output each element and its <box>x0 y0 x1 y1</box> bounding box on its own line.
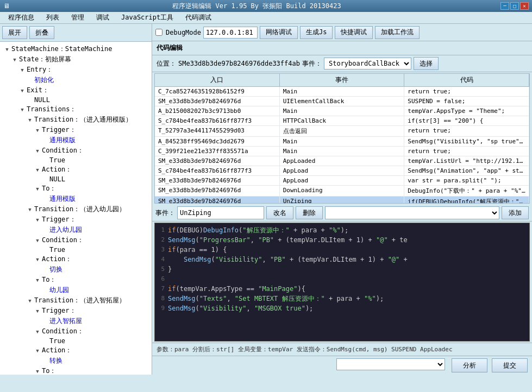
debug-checkbox[interactable] <box>155 29 162 36</box>
tree-node[interactable]: ▼Condition： <box>1 235 151 245</box>
tree-node[interactable]: ▼To： <box>1 275 151 285</box>
submit-button[interactable]: 提交 <box>492 358 528 372</box>
table-cell-entry: SM_e33d8b3de97b8246976d <box>155 176 280 185</box>
line-content[interactable]: if(DEBUG)DebugInfo("解压资源中：" + para + "%"… <box>168 225 529 235</box>
tree-expand-icon: ▼ <box>3 46 11 53</box>
line-number: 9 <box>155 304 168 313</box>
add-button[interactable]: 添加 <box>502 206 529 219</box>
event-input[interactable] <box>177 206 264 219</box>
menu-item-js-tools[interactable]: JavaScript工具 <box>115 12 179 23</box>
tree-expand-icon <box>41 357 49 365</box>
tree-container[interactable]: ▼StateMachine：StateMachine▼State：初始屏幕▼En… <box>0 42 152 375</box>
tree-node[interactable]: ▼Transition：（进入幼儿园） <box>1 204 151 214</box>
line-content[interactable]: SendMsg("ProgressBar", "PB" + (tempVar.D… <box>168 235 529 245</box>
code-editor[interactable]: 1if(DEBUG)DebugInfo("解压资源中：" + para + "%… <box>154 223 530 342</box>
tree-node[interactable]: 切换 <box>1 264 151 275</box>
tree-node-label: Action： <box>42 255 72 264</box>
minimize-button[interactable]: ─ <box>500 2 509 10</box>
expand-button[interactable]: 展开 <box>2 26 27 39</box>
gen-js-button[interactable]: 生成Js <box>300 26 333 39</box>
analyze-button[interactable]: 分析 <box>452 358 487 372</box>
delete-button[interactable]: 删除 <box>296 206 323 219</box>
menu-item-manage[interactable]: 管理 <box>65 12 90 23</box>
table-row[interactable]: SM_e33d8b3de97b8246976dUIElementCallBack… <box>155 97 529 106</box>
tree-node[interactable]: ▼Action： <box>1 254 151 264</box>
tree-node[interactable]: 初始化 <box>1 75 151 85</box>
tree-node[interactable]: ▼Trigger： <box>1 125 151 135</box>
table-row[interactable]: SM_e33d8b3de97b8246976dUnZipingif(DEBUG)… <box>155 197 529 203</box>
table-row[interactable]: C_399f21ee21e337ff835571aMainreturn true… <box>155 147 529 156</box>
quick-test-button[interactable]: 快捷调试 <box>335 26 373 39</box>
tree-node[interactable]: True <box>1 337 151 345</box>
table-row[interactable]: SM_e33d8b3de97b8246976dAppLoadedtempVar.… <box>155 156 529 166</box>
table-cell-entry: A_b2150082027b3c9713bb0 <box>155 106 280 116</box>
tree-node[interactable]: ▼Trigger： <box>1 306 151 316</box>
bottom-select[interactable] <box>336 358 445 370</box>
tree-node[interactable]: ▼Condition： <box>1 146 151 156</box>
table-row[interactable]: S_c784be4fea837b616ff877f3AppLoadSendMsg… <box>155 166 529 176</box>
tree-node[interactable]: True <box>1 245 151 254</box>
tree-node[interactable]: ▼To： <box>1 366 151 375</box>
debug-address-input[interactable] <box>203 27 258 39</box>
tree-node[interactable]: 进入幼儿园 <box>1 225 151 235</box>
rename-button[interactable]: 改名 <box>266 206 293 219</box>
tree-node[interactable]: True <box>1 156 151 165</box>
line-content[interactable]: SendMsg("Texts", "Set MBTEXT 解压资源中：" + p… <box>168 294 529 304</box>
tree-node[interactable]: ▼Transition：（进入智拓屋） <box>1 295 151 306</box>
line-content[interactable]: } <box>168 264 529 274</box>
tree-node[interactable]: ▼Entry： <box>1 65 151 75</box>
tree-node[interactable]: ▼Exit： <box>1 85 151 96</box>
tree-node[interactable]: ▼State：初始屏幕 <box>1 54 151 65</box>
line-content[interactable]: if(tempVar.AppsType == "MainPage"){ <box>168 284 529 294</box>
table-cell-event: AppLoaded <box>280 156 405 166</box>
tree-node-label: 初始化 <box>34 75 54 85</box>
tree-node[interactable]: ▼Transition：（进入通用模版） <box>1 115 151 125</box>
tree-node[interactable]: ▼Trigger： <box>1 214 151 225</box>
tree-node-label: 切换 <box>49 265 62 274</box>
menu-item-program-info[interactable]: 程序信息 <box>2 12 40 23</box>
tree-node[interactable]: 通用模版 <box>1 135 151 146</box>
tree-node[interactable]: ▼Transitions： <box>1 104 151 115</box>
tree-node[interactable]: 幼儿园 <box>1 285 151 295</box>
line-content[interactable]: if(para == 1) { <box>168 245 529 255</box>
tree-node[interactable]: ▼To： <box>1 184 151 194</box>
table-row[interactable]: C_7ca852746351928b6152f9Mainreturn true; <box>155 87 529 97</box>
tree-expand-icon <box>41 318 49 325</box>
tree-node[interactable]: ▼Condition： <box>1 326 151 337</box>
tree-node[interactable]: 进入智拓屋 <box>1 316 151 326</box>
close-button[interactable]: ✕ <box>520 2 529 10</box>
tree-node[interactable]: ▼Action： <box>1 165 151 175</box>
event-select-combo[interactable]: StoryboardCallBack <box>324 58 411 69</box>
collapse-button[interactable]: 折叠 <box>29 26 54 39</box>
table-scroll[interactable]: C_7ca852746351928b6152f9Mainreturn true;… <box>155 87 529 203</box>
table-row[interactable]: S_c784be4fea837b616ff877f3HTTPCallBackif… <box>155 116 529 126</box>
tree-node[interactable]: NULL <box>1 175 151 184</box>
net-test-button[interactable]: 网络调试 <box>260 26 298 39</box>
tree-node[interactable]: ▼StateMachine：StateMachine <box>1 44 151 54</box>
line-content[interactable]: SendMsg("Visibility", "PB" + (tempVar.DL… <box>168 255 529 264</box>
table-row[interactable]: A_845238ff95469dc3dd2679MainSendMsg("Vis… <box>155 137 529 147</box>
line-content[interactable] <box>168 274 529 284</box>
table-row[interactable]: SM_e33d8b3de97b8246976dAppLoadvar str = … <box>155 176 529 186</box>
tree-node[interactable]: 转换 <box>1 356 151 366</box>
maximize-button[interactable]: □ <box>510 2 519 10</box>
table-row[interactable]: A_b2150082027b3c9713bb0MaintempVar.AppsT… <box>155 106 529 116</box>
table-cell-code: tempVar.ListUrl = "http://192.168.1.... <box>404 156 529 166</box>
tree-node-label: Condition： <box>42 236 84 245</box>
params-bar: 参数：para 分割后：str[] 全局变量：tempVar 发送指令：Send… <box>152 343 532 356</box>
menu-item-debug[interactable]: 调试 <box>90 12 115 23</box>
table-row[interactable]: SM_e33d8b3de97b8246976dDownLoadingDebugI… <box>155 186 529 197</box>
table-row[interactable]: T_52797a3e44117455299d03点击返回return true; <box>155 126 529 137</box>
line-content[interactable]: SendMsg("Visibility", "MSGBOX true"); <box>168 304 529 313</box>
tree-node-label: Entry： <box>27 65 53 74</box>
title-bar: 🖥 程序逆辑编辑 Ver 1.95 By 张振阳 Build 20130423 … <box>0 0 532 12</box>
menu-item-code-debug[interactable]: 代码调试 <box>179 12 217 23</box>
tree-node[interactable]: ▼Action： <box>1 345 151 356</box>
load-workflow-button[interactable]: 加载工作流 <box>375 26 420 39</box>
tree-node[interactable]: 通用模版 <box>1 194 151 204</box>
menu-item-list[interactable]: 列表 <box>40 12 65 23</box>
tree-expand-icon: ▼ <box>34 185 41 193</box>
tree-node[interactable]: NULL <box>1 96 151 104</box>
event-type-select[interactable] <box>325 206 499 219</box>
select-button[interactable]: 选择 <box>414 57 439 70</box>
